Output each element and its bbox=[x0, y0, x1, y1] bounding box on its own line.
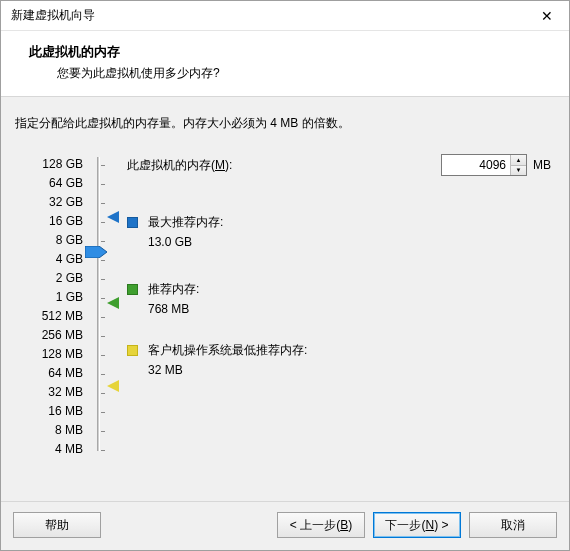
page-title: 此虚拟机的内存 bbox=[29, 43, 559, 61]
slider-tick bbox=[101, 298, 105, 299]
scale-tick-label: 8 MB bbox=[15, 420, 87, 439]
square-icon-yellow bbox=[127, 345, 138, 356]
spinner-buttons: ▲ ▼ bbox=[510, 155, 526, 175]
svg-marker-3 bbox=[107, 380, 119, 392]
scale-tick-label: 2 GB bbox=[15, 268, 87, 287]
slider-tick bbox=[101, 222, 105, 223]
spinner-up-icon[interactable]: ▲ bbox=[511, 155, 526, 165]
scale-tick-label: 16 GB bbox=[15, 211, 87, 230]
slider-track bbox=[97, 157, 100, 451]
svg-marker-1 bbox=[107, 211, 119, 223]
memory-input[interactable] bbox=[442, 155, 510, 175]
slider-tick bbox=[101, 260, 105, 261]
square-icon-blue bbox=[127, 217, 138, 228]
legend-max-value: 13.0 GB bbox=[148, 235, 223, 249]
legend-rec-title: 推荐内存: bbox=[148, 281, 199, 298]
scale-tick-label: 16 MB bbox=[15, 401, 87, 420]
legend: 最大推荐内存: 13.0 GB 推荐内存: 768 MB bbox=[127, 214, 555, 377]
legend-rec: 推荐内存: 768 MB bbox=[127, 281, 555, 316]
scale-tick-label: 4 MB bbox=[15, 439, 87, 458]
slider-tick bbox=[101, 165, 105, 166]
close-icon[interactable]: ✕ bbox=[525, 1, 569, 30]
scale-tick-label: 128 MB bbox=[15, 344, 87, 363]
rec-marker-icon bbox=[107, 297, 121, 311]
legend-max: 最大推荐内存: 13.0 GB bbox=[127, 214, 555, 249]
scale-tick-label: 512 MB bbox=[15, 306, 87, 325]
slider-tick bbox=[101, 431, 105, 432]
slider-tick bbox=[101, 412, 105, 413]
slider-tick bbox=[101, 374, 105, 375]
scale-tick-label: 4 GB bbox=[15, 249, 87, 268]
legend-min-value: 32 MB bbox=[148, 363, 307, 377]
min-marker-icon bbox=[107, 380, 121, 394]
max-marker-icon bbox=[107, 211, 121, 225]
slider-tick bbox=[101, 184, 105, 185]
spinner-down-icon[interactable]: ▼ bbox=[511, 165, 526, 176]
memory-spinner[interactable]: ▲ ▼ bbox=[441, 154, 527, 176]
square-icon-green bbox=[127, 284, 138, 295]
next-button[interactable]: 下一步(N) > bbox=[373, 512, 461, 538]
slider-tick bbox=[101, 241, 105, 242]
description-text: 指定分配给此虚拟机的内存量。内存大小必须为 4 MB 的倍数。 bbox=[15, 115, 555, 132]
slider-tick bbox=[101, 203, 105, 204]
slider-tick bbox=[101, 450, 105, 451]
slider-tick bbox=[101, 336, 105, 337]
memory-unit: MB bbox=[533, 158, 551, 172]
wizard-header: 此虚拟机的内存 您要为此虚拟机使用多少内存? bbox=[1, 31, 569, 97]
slider-tick bbox=[101, 393, 105, 394]
legend-column: 此虚拟机的内存(M): ▲ ▼ MB bbox=[121, 154, 555, 458]
slider-thumb[interactable] bbox=[85, 246, 107, 258]
scale-tick-label: 1 GB bbox=[15, 287, 87, 306]
help-button[interactable]: 帮助 bbox=[13, 512, 101, 538]
cancel-button[interactable]: 取消 bbox=[469, 512, 557, 538]
page-subtitle: 您要为此虚拟机使用多少内存? bbox=[29, 65, 559, 82]
memory-area: 128 GB64 GB32 GB16 GB8 GB4 GB2 GB1 GB512… bbox=[15, 154, 555, 458]
memory-spinner-wrap: ▲ ▼ MB bbox=[441, 154, 551, 176]
wizard-body: 指定分配给此虚拟机的内存量。内存大小必须为 4 MB 的倍数。 128 GB64… bbox=[1, 97, 569, 501]
memory-slider[interactable] bbox=[87, 154, 121, 458]
scale-tick-label: 128 GB bbox=[15, 154, 87, 173]
back-button[interactable]: < 上一步(B) bbox=[277, 512, 365, 538]
svg-marker-2 bbox=[107, 297, 119, 309]
memory-label: 此虚拟机的内存(M): bbox=[127, 157, 232, 174]
scale-tick-label: 64 MB bbox=[15, 363, 87, 382]
legend-min-title: 客户机操作系统最低推荐内存: bbox=[148, 342, 307, 359]
scale-tick-label: 32 MB bbox=[15, 382, 87, 401]
scale-labels: 128 GB64 GB32 GB16 GB8 GB4 GB2 GB1 GB512… bbox=[15, 154, 87, 458]
window-title: 新建虚拟机向导 bbox=[11, 7, 525, 24]
legend-rec-value: 768 MB bbox=[148, 302, 199, 316]
legend-min: 客户机操作系统最低推荐内存: 32 MB bbox=[127, 342, 555, 377]
wizard-footer: 帮助 < 上一步(B) 下一步(N) > 取消 bbox=[1, 501, 569, 550]
svg-marker-0 bbox=[85, 246, 107, 258]
slider-tick bbox=[101, 355, 105, 356]
memory-input-row: 此虚拟机的内存(M): ▲ ▼ MB bbox=[127, 154, 555, 176]
slider-tick bbox=[101, 317, 105, 318]
scale-tick-label: 32 GB bbox=[15, 192, 87, 211]
legend-max-title: 最大推荐内存: bbox=[148, 214, 223, 231]
slider-tick bbox=[101, 279, 105, 280]
titlebar: 新建虚拟机向导 ✕ bbox=[1, 1, 569, 31]
scale-tick-label: 64 GB bbox=[15, 173, 87, 192]
scale-tick-label: 256 MB bbox=[15, 325, 87, 344]
wizard-window: 新建虚拟机向导 ✕ 此虚拟机的内存 您要为此虚拟机使用多少内存? 指定分配给此虚… bbox=[0, 0, 570, 551]
scale-tick-label: 8 GB bbox=[15, 230, 87, 249]
